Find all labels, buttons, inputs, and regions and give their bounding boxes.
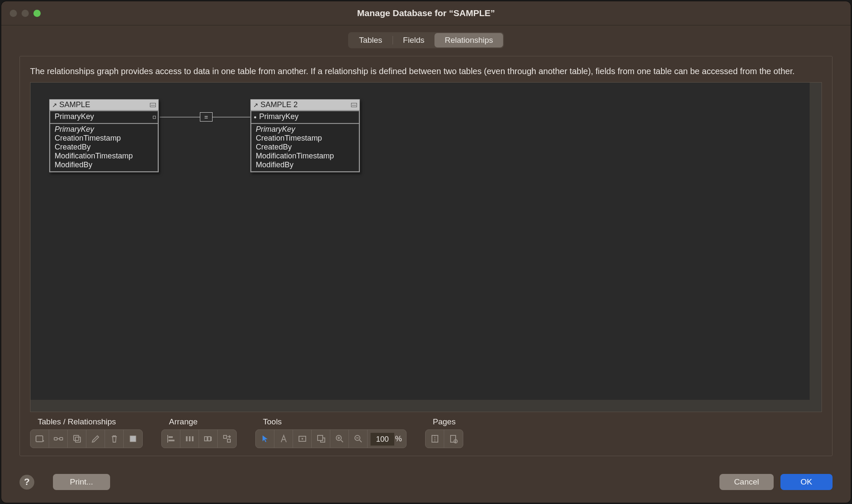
horizontal-scrollbar[interactable]: [30, 400, 822, 412]
zoom-percent-label: %: [395, 435, 406, 443]
table-field[interactable]: ModifiedBy: [256, 161, 354, 169]
arrange-tables-button[interactable]: [218, 430, 236, 448]
tab-tables[interactable]: Tables: [349, 33, 393, 47]
tool-group-label: Arrange: [161, 417, 237, 426]
svg-rect-0: [36, 436, 43, 442]
relationships-canvas[interactable]: = ↗ SAMPLE PrimaryKey PrimaryKey: [30, 83, 822, 412]
svg-rect-2: [60, 438, 63, 440]
window-zoom-button[interactable]: [33, 10, 41, 17]
delete-button[interactable]: [105, 430, 124, 448]
table-key-field[interactable]: PrimaryKey: [251, 111, 359, 123]
table-field-list[interactable]: PrimaryKey CreationTimestamp CreatedBy M…: [251, 124, 359, 172]
scroll-corner: [810, 400, 822, 412]
arrange-icon: [222, 434, 232, 444]
tab-fields[interactable]: Fields: [393, 33, 435, 47]
connection-point-icon: [254, 116, 256, 118]
pencil-icon: [91, 434, 101, 444]
svg-rect-16: [224, 435, 227, 438]
svg-rect-11: [189, 436, 191, 441]
titlebar: Manage Database for “SAMPLE”: [1, 1, 851, 25]
svg-rect-4: [74, 435, 79, 440]
table-field[interactable]: CreatedBy: [256, 143, 354, 152]
add-table-button[interactable]: [30, 430, 49, 448]
table-field[interactable]: CreationTimestamp: [256, 134, 354, 143]
svg-line-22: [341, 440, 343, 442]
vertical-scrollbar[interactable]: [810, 83, 822, 400]
table-key-field[interactable]: PrimaryKey: [50, 111, 158, 123]
tool-group-pages: Pages: [425, 417, 463, 448]
collapse-icon[interactable]: [150, 103, 156, 107]
table-header[interactable]: ↗ SAMPLE 2: [251, 100, 360, 111]
svg-rect-1: [54, 438, 57, 440]
panel-description: The relationships graph provides access …: [30, 66, 822, 77]
relationship-operator[interactable]: =: [200, 112, 213, 122]
page-breaks-icon: [430, 434, 440, 444]
table-field[interactable]: PrimaryKey: [256, 125, 354, 134]
svg-rect-30: [451, 435, 456, 442]
page-setup-icon: [448, 434, 459, 444]
duplicate-button[interactable]: [68, 430, 86, 448]
zoom-out-button[interactable]: [349, 430, 368, 448]
window-close-button[interactable]: [10, 10, 17, 17]
select-related-icon: [316, 434, 326, 444]
svg-rect-10: [186, 436, 188, 441]
tab-segment: Tables Fields Relationships: [348, 32, 504, 48]
collapse-icon[interactable]: [351, 103, 357, 107]
zoom-in-button[interactable]: [330, 430, 349, 448]
color-button[interactable]: [124, 430, 142, 448]
select-related-button[interactable]: [312, 430, 330, 448]
window-minimize-button[interactable]: [22, 10, 29, 17]
table-field[interactable]: ModifiedBy: [55, 161, 153, 169]
ok-button[interactable]: OK: [780, 474, 833, 490]
table-field[interactable]: CreationTimestamp: [55, 134, 153, 143]
edit-button[interactable]: [86, 430, 105, 448]
help-button[interactable]: ?: [19, 475, 34, 490]
connection-point-icon: [153, 116, 156, 119]
color-swatch-icon: [128, 434, 138, 444]
reduce-fit-button[interactable]: [293, 430, 312, 448]
table-field[interactable]: ModificationTimestamp: [256, 152, 354, 161]
fit-icon: [297, 434, 307, 444]
table-field[interactable]: CreatedBy: [55, 143, 153, 152]
table-field[interactable]: PrimaryKey: [55, 125, 153, 134]
svg-rect-20: [318, 435, 323, 440]
show-page-breaks-button[interactable]: [426, 430, 444, 448]
svg-rect-12: [192, 436, 194, 441]
toolbar-row: Tables / Relationships: [30, 417, 822, 448]
distribute-horizontal-button[interactable]: [180, 430, 199, 448]
svg-rect-13: [205, 437, 207, 441]
relationships-panel: The relationships graph provides access …: [19, 56, 833, 456]
print-button[interactable]: Print...: [53, 474, 110, 490]
tool-group-tables-relationships: Tables / Relationships: [30, 417, 143, 448]
tool-group-label: Pages: [425, 417, 463, 426]
svg-rect-9: [169, 440, 174, 441]
tool-group-tools: Tools: [255, 417, 407, 448]
table-field[interactable]: ModificationTimestamp: [55, 152, 153, 161]
selection-tool-button[interactable]: [256, 430, 274, 448]
dialog-footer: ? Print... Cancel OK: [1, 469, 851, 503]
cancel-button[interactable]: Cancel: [719, 474, 773, 490]
align-left-button[interactable]: [162, 430, 180, 448]
table-occurrence-sample[interactable]: ↗ SAMPLE PrimaryKey PrimaryKey CreationT…: [49, 99, 159, 172]
page-setup-button[interactable]: [444, 430, 463, 448]
zoom-in-icon: [335, 434, 345, 444]
zoom-input[interactable]: [371, 433, 394, 446]
zoom-out-icon: [353, 434, 363, 444]
svg-rect-17: [227, 439, 230, 442]
add-relationship-button[interactable]: [49, 430, 68, 448]
text-note-tool-button[interactable]: [274, 430, 293, 448]
resize-match-button[interactable]: [199, 430, 218, 448]
duplicate-icon: [72, 434, 82, 444]
align-left-icon: [166, 434, 176, 444]
cursor-icon: [260, 434, 270, 444]
table-field-list[interactable]: PrimaryKey CreationTimestamp CreatedBy M…: [50, 124, 158, 172]
svg-rect-5: [75, 437, 80, 442]
tool-group-arrange: Arrange: [161, 417, 237, 448]
tab-control: Tables Fields Relationships: [19, 32, 833, 48]
tab-relationships[interactable]: Relationships: [434, 33, 503, 47]
manage-database-window: Manage Database for “SAMPLE” Tables Fiel…: [1, 1, 851, 503]
table-occurrence-sample-2[interactable]: ↗ SAMPLE 2 PrimaryKey PrimaryKey Creatio…: [250, 99, 360, 172]
table-header[interactable]: ↗ SAMPLE: [50, 100, 158, 111]
table-name: SAMPLE: [59, 100, 150, 109]
external-source-icon: ↗: [253, 102, 258, 108]
